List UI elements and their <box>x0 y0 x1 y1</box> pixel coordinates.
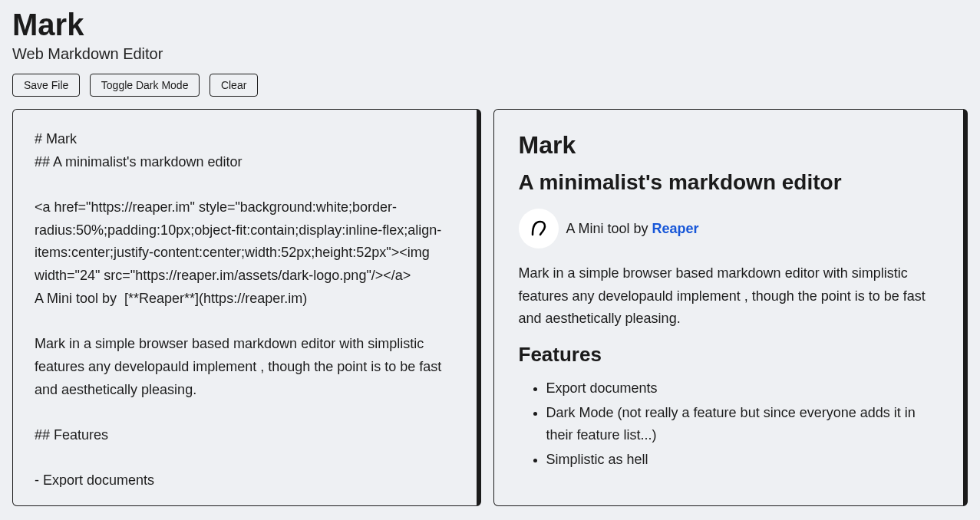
features-list: Export documents Dark Mode (not really a… <box>519 377 939 472</box>
features-heading: Features <box>519 343 939 367</box>
markdown-editor-textarea[interactable] <box>35 128 455 487</box>
toggle-dark-mode-button[interactable]: Toggle Dark Mode <box>90 74 200 97</box>
preview-pane: Mark A minimalist's markdown editor A Mi… <box>493 109 968 506</box>
list-item: Export documents <box>546 377 939 400</box>
app-subtitle: Web Markdown Editor <box>12 45 968 63</box>
list-item: Simplistic as hell <box>546 449 939 472</box>
preview-description: Mark in a simple browser based markdown … <box>519 262 939 331</box>
save-file-button[interactable]: Save File <box>12 74 80 97</box>
clear-button[interactable]: Clear <box>210 74 258 97</box>
list-item: Dark Mode (not really a feature but sinc… <box>546 402 939 447</box>
preview-h1: Mark <box>519 131 939 160</box>
preview-h2: A minimalist's markdown editor <box>519 170 939 195</box>
panes-container: Mark A minimalist's markdown editor A Mi… <box>12 109 968 506</box>
app-title: Mark <box>12 8 968 42</box>
byline-prefix: A Mini tool by <box>566 221 652 236</box>
preview-byline: A Mini tool by Reaper <box>519 209 699 248</box>
editor-pane <box>12 109 481 506</box>
toolbar: Save File Toggle Dark Mode Clear <box>12 74 968 97</box>
byline-text: A Mini tool by Reaper <box>566 221 699 237</box>
reaper-link[interactable]: Reaper <box>652 221 699 236</box>
reaper-logo-icon[interactable] <box>519 209 559 248</box>
